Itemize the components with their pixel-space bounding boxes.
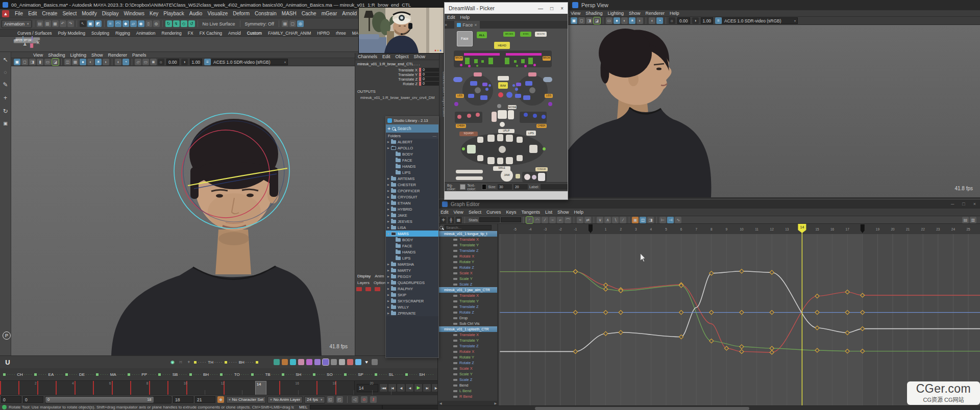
- channel-box-node-name[interactable]: mireuk_v01_1:R_brow_end_CTL . . .: [355, 60, 439, 67]
- snap-grid-icon[interactable]: ⌗: [107, 20, 114, 27]
- eye-ctl[interactable]: [468, 94, 474, 98]
- brow-dot[interactable]: [476, 65, 478, 67]
- panel-options-icon[interactable]: ▥: [970, 217, 976, 223]
- set-label[interactable]: SO: [327, 372, 333, 377]
- channel-row[interactable]: mireuk_v01_1:upteeth_CTR: [438, 326, 497, 332]
- tongue-button[interactable]: TONGUE: [535, 167, 548, 171]
- lip-ctl[interactable]: [517, 155, 523, 161]
- brow-slider-left[interactable]: [464, 53, 500, 56]
- value-snap-icon[interactable]: ◨: [647, 217, 654, 223]
- lip-ctl[interactable]: [506, 135, 513, 142]
- set-label[interactable]: SP: [358, 372, 363, 377]
- folder-row[interactable]: ▶ CPOFFICER: [386, 188, 438, 194]
- heart-icon[interactable]: ♥: [363, 359, 370, 365]
- main-viewport[interactable]: 41.8 fps: [11, 66, 355, 355]
- mel-output[interactable]: [382, 405, 440, 409]
- graph-menu-item[interactable]: Select: [466, 210, 484, 215]
- mel-label[interactable]: MEL: [299, 405, 307, 409]
- menu-item[interactable]: Create: [39, 11, 60, 16]
- transport-button[interactable]: ▶: [414, 383, 423, 392]
- tool-icon[interactable]: [306, 359, 312, 365]
- textured-icon[interactable]: ◐: [87, 59, 94, 65]
- shelf-tab[interactable]: Rendering: [159, 31, 185, 36]
- jaw-button[interactable]: JAW: [501, 169, 513, 182]
- persp-menu-item[interactable]: Show: [626, 11, 643, 16]
- expand-arrow-icon[interactable]: ▶: [387, 275, 391, 278]
- anim-prefs-icon[interactable]: ◰: [336, 396, 343, 403]
- lighting-icon[interactable]: ☀: [95, 59, 102, 65]
- select-component-mode-icon[interactable]: ◩: [95, 20, 102, 27]
- size-height-field[interactable]: 20: [513, 184, 528, 190]
- anim-layer-dropdown[interactable]: ▾No Anim Layer: [267, 396, 303, 403]
- gear-icon[interactable]: [372, 359, 378, 365]
- mouth-center-dot[interactable]: [499, 146, 506, 153]
- brow-ctl[interactable]: [521, 59, 525, 63]
- insert-keys-icon[interactable]: ╫: [448, 217, 454, 223]
- playback-start-field[interactable]: 0: [23, 396, 43, 403]
- graph-menu-item[interactable]: Show: [555, 210, 572, 215]
- expand-arrow-icon[interactable]: ▶: [387, 269, 391, 272]
- time-snap-icon[interactable]: ◫: [640, 217, 646, 223]
- field-chart-icon[interactable]: ▱: [135, 59, 141, 65]
- gamma-icon[interactable]: ◑: [181, 59, 188, 65]
- keyframe-tick[interactable]: [130, 381, 131, 395]
- folder-row[interactable]: ▶ JEEVES: [386, 218, 438, 224]
- keyframe-tick[interactable]: [167, 381, 168, 395]
- persp-menu-item[interactable]: Shading: [583, 11, 605, 16]
- tool-icon[interactable]: [331, 359, 337, 365]
- break-tangents-icon[interactable]: ∨: [597, 217, 603, 223]
- open-scene-icon[interactable]: ▥: [44, 20, 51, 27]
- squash-button[interactable]: SQUASH: [459, 132, 478, 136]
- graph-menu-item[interactable]: List: [543, 210, 555, 215]
- menu-item[interactable]: Modify: [79, 11, 99, 16]
- mouth-group-button[interactable]: MOUTH: [535, 32, 547, 37]
- rate-dot[interactable]: [454, 102, 458, 106]
- brow-dot[interactable]: [460, 64, 462, 66]
- selection-set[interactable]: ···· EA ····: [33, 372, 64, 377]
- size-width-field[interactable]: 30: [498, 184, 512, 190]
- tool-icon-active[interactable]: [323, 359, 329, 365]
- tab-face[interactable]: Face ×: [454, 21, 479, 29]
- xray-icon[interactable]: ◔: [656, 17, 663, 24]
- lighting-icon[interactable]: ☀: [629, 17, 635, 24]
- plateau-tangent-icon[interactable]: ⌒: [565, 217, 571, 223]
- channel-row[interactable]: Bend: [438, 382, 497, 388]
- construction-history-icon[interactable]: ↻: [165, 20, 172, 27]
- flat-tangent-icon[interactable]: −: [549, 217, 556, 223]
- tab-close-icon[interactable]: ×: [474, 22, 477, 28]
- attribute-value[interactable]: 0: [422, 72, 439, 76]
- set-label[interactable]: MA: [110, 372, 116, 377]
- attribute-value[interactable]: 0: [422, 68, 439, 72]
- playback-end-field[interactable]: 18: [173, 396, 193, 403]
- eye-dot[interactable]: [488, 84, 491, 87]
- channel-box-menu[interactable]: Edit: [380, 54, 393, 59]
- expand-arrow-icon[interactable]: ▶: [387, 183, 391, 186]
- picker-canvas[interactable]: Face ALL BROWS EYES MOUTH HEAD BROW BROW: [445, 29, 568, 182]
- cheek-dot[interactable]: [524, 113, 528, 117]
- keyframe-tick[interactable]: [75, 381, 76, 395]
- set-label[interactable]: PP: [141, 372, 147, 377]
- shelf-tab[interactable]: Rigging: [112, 31, 133, 36]
- expand-arrow-icon[interactable]: ▶: [387, 287, 391, 290]
- graph-menu-item[interactable]: Keys: [503, 210, 519, 215]
- single-pane-icon[interactable]: ▭: [606, 17, 612, 24]
- lock-camera-icon[interactable]: ◻: [21, 59, 28, 65]
- menu-item[interactable]: Constrain: [252, 11, 279, 16]
- isolate-select-icon[interactable]: ◖: [115, 59, 121, 65]
- cheek-dot[interactable]: [542, 115, 546, 119]
- stats-time-field[interactable]: [479, 217, 500, 222]
- swap-buffer-icon[interactable]: ⇄: [584, 217, 591, 223]
- resolution-gate-icon[interactable]: ▭: [142, 59, 149, 65]
- graph-menu-item[interactable]: Curves: [484, 210, 504, 215]
- folder-row[interactable]: ▶ ALBERT: [386, 139, 438, 145]
- four-panes-icon[interactable]: ▦: [72, 59, 79, 65]
- label-field[interactable]: [541, 184, 568, 190]
- maximize-button[interactable]: □: [962, 201, 965, 207]
- menu-item[interactable]: Deform: [230, 11, 252, 16]
- smooth-shade-icon[interactable]: ●: [80, 59, 86, 65]
- nose-tip-dot[interactable]: [500, 122, 505, 127]
- menu-item[interactable]: mGear: [319, 11, 340, 16]
- expand-arrow-icon[interactable]: ▶: [387, 189, 391, 192]
- close-button[interactable]: ×: [973, 201, 976, 207]
- eye-ctl[interactable]: [470, 81, 477, 86]
